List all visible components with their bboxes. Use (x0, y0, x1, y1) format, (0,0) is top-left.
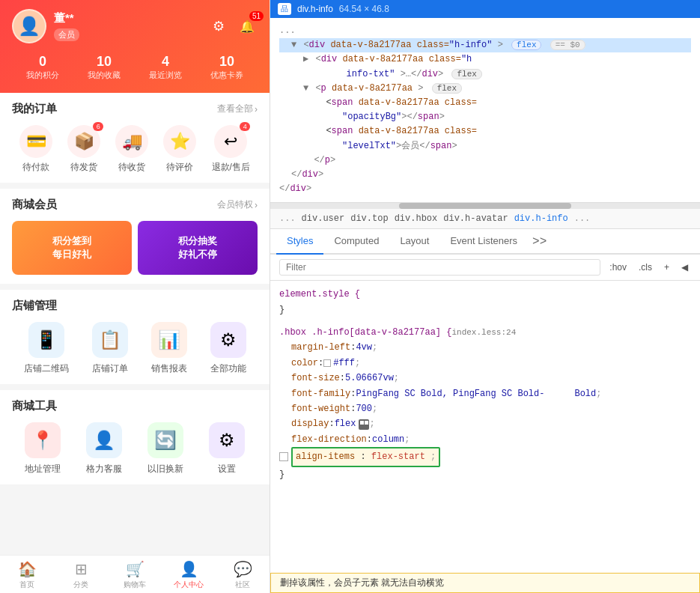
filter-back-btn[interactable]: ◀ (678, 261, 691, 274)
settings-icon[interactable]: ⚙ (208, 16, 229, 37)
filter-add-btn[interactable]: + (661, 261, 672, 274)
orders-title: 我的订单 (12, 102, 57, 116)
nav-home-label: 首页 (19, 580, 34, 590)
breadcrumb-div-top[interactable]: div.top (350, 213, 388, 224)
stat-liulan[interactable]: 4 最近浏览 (149, 54, 182, 81)
order-waitship-badge: 6 (93, 122, 103, 131)
member-label-text: 会员 (58, 30, 75, 39)
store-all-icon: ⚙ (210, 322, 246, 358)
store-report[interactable]: 📊 销售报表 (151, 322, 187, 375)
nav-profile[interactable]: 👤 个人中心 (162, 560, 216, 590)
breadcrumb-div-havatar[interactable]: div.h-avatar (443, 213, 508, 224)
css-prop-margin-left: margin-left : 4vw ; (279, 340, 691, 355)
order-refund-badge: 4 (240, 122, 250, 131)
flex-badge-p: flex (432, 83, 462, 94)
nav-community[interactable]: 💬 社区 (216, 560, 270, 590)
stat-youhui[interactable]: 10 优惠卡券 (210, 54, 243, 81)
stat-jifen-value: 0 (26, 54, 59, 70)
tab-styles[interactable]: Styles (276, 229, 323, 255)
stat-shoucang-label: 我的收藏 (88, 70, 121, 81)
dom-line-span-opacity[interactable]: <span data-v-8a2177aa class= "opacityBg"… (279, 96, 691, 124)
store-orders[interactable]: 📋 店铺订单 (92, 322, 128, 375)
order-item-refund[interactable]: ↩ 4 退款/售后 (212, 125, 250, 174)
stat-shoucang-value: 10 (88, 54, 121, 70)
tool-trade-icon: 🔄 (147, 422, 183, 458)
dom-line-div-close: </div> (279, 168, 691, 182)
member-banner-lottery[interactable]: 积分抽奖好礼不停 (138, 221, 258, 275)
filter-cls-btn[interactable]: .cls (636, 261, 655, 274)
orders-link[interactable]: 查看全部 › (217, 103, 258, 115)
order-item-waitpay[interactable]: 💳 待付款 (19, 125, 52, 174)
breadcrumb-div-hinfo[interactable]: div.h-info (514, 213, 568, 224)
tool-settings-label: 设置 (218, 463, 236, 475)
order-item-waitreview[interactable]: ⭐ 待评价 (163, 125, 196, 174)
css-prop-font-weight: font-weight : 700 ; (279, 401, 691, 416)
nav-category[interactable]: ⊞ 分类 (54, 560, 108, 590)
member-link[interactable]: 会员特权 › (217, 198, 258, 211)
collapse-arrow-p[interactable]: ▼ (303, 83, 308, 94)
tab-event-listeners[interactable]: Event Listeners (439, 229, 528, 255)
dom-line-ellipsis: ... (279, 24, 691, 38)
expand-arrow-txt[interactable]: ▶ (303, 54, 308, 64)
prop-checkbox[interactable] (279, 452, 288, 461)
collapse-arrow[interactable]: ▼ (291, 40, 296, 50)
avatar: 👤 (12, 9, 46, 43)
tool-settings[interactable]: ⚙ 设置 (209, 422, 245, 475)
tab-more[interactable]: >> (528, 229, 551, 255)
store-all[interactable]: ⚙ 全部功能 (210, 322, 246, 375)
tool-address[interactable]: 📍 地址管理 (25, 422, 61, 475)
stat-jifen[interactable]: 0 我的积分 (26, 54, 59, 81)
tool-address-label: 地址管理 (25, 463, 61, 475)
tab-layout[interactable]: Layout (389, 229, 439, 255)
dom-line-hinfotxt[interactable]: ▶ <div data-v-8a2177aa class="h info-txt… (279, 52, 691, 81)
tool-trade[interactable]: 🔄 以旧换新 (147, 422, 183, 475)
notification-icon[interactable]: 🔔 51 (237, 16, 258, 37)
tooltip-icon: 品 (278, 3, 291, 15)
order-refund-icon: ↩ 4 (214, 125, 247, 158)
bottom-tooltip: 删掉该属性，会员子元素 就无法自动横览 (270, 573, 700, 593)
store-qrcode[interactable]: 📱 店铺二维码 (24, 322, 69, 375)
flex-badge-hinfo: flex (511, 40, 541, 50)
stat-liulan-value: 4 (149, 54, 182, 70)
banner-lottery-text: 积分抽奖好礼不停 (178, 234, 217, 261)
tab-computed[interactable]: Computed (323, 229, 389, 255)
css-prop-color: color : #fff ; (279, 356, 691, 371)
nav-home[interactable]: 🏠 首页 (0, 560, 54, 590)
tool-service[interactable]: 👤 格力客服 (86, 422, 122, 475)
css-rule-element-style: element.style { } (279, 287, 691, 317)
nav-cart[interactable]: 🛒 购物车 (108, 560, 162, 590)
dom-line-span-level[interactable]: <span data-v-8a2177aa class= "levelTxt">… (279, 124, 691, 153)
stat-youhui-label: 优惠卡券 (210, 70, 243, 81)
order-waitpay-label: 待付款 (22, 161, 49, 174)
stat-shoucang[interactable]: 10 我的收藏 (88, 54, 121, 81)
tools-title: 商城工具 (12, 399, 57, 413)
store-orders-label: 店铺订单 (92, 362, 128, 375)
tooltip-bottom-text: 删掉该属性，会员子元素 就无法自动横览 (280, 577, 444, 588)
member-banner-checkin[interactable]: 积分签到每日好礼 (12, 221, 132, 275)
order-waitrecv-label: 待收货 (118, 161, 145, 174)
breadcrumb-more[interactable]: ... (279, 213, 296, 224)
css-prop-align-items: align-items : flex-start ; (279, 447, 691, 466)
breadcrumb-bar: ... div.user div.top div.hbox div.h-avat… (270, 209, 700, 229)
dom-scroll-thumb[interactable] (399, 203, 571, 209)
css-rules-panel: element.style { } .hbox .h-info[data-v-8… (270, 281, 700, 573)
nav-community-icon: 💬 (234, 560, 252, 578)
dom-line-p[interactable]: ▼ <p data-v-8a2177aa > flex (279, 82, 691, 96)
breadcrumb-div-hbox[interactable]: div.hbox (395, 213, 438, 224)
filter-hov-btn[interactable]: :hov (606, 261, 630, 274)
tool-settings-icon: ⚙ (209, 422, 245, 458)
order-item-waitship[interactable]: 📦 6 待发货 (67, 125, 100, 174)
dom-line-outer-close: </div> (279, 182, 691, 196)
dom-scrollbar[interactable] (270, 203, 700, 209)
nav-cart-icon: 🛒 (126, 560, 144, 578)
css-source-hinfo[interactable]: index.less:24 (451, 326, 516, 340)
store-header: 店铺管理 (12, 299, 258, 313)
breadcrumb-div-user[interactable]: div.user (302, 213, 345, 224)
filter-input[interactable] (279, 259, 600, 276)
breadcrumb-more-right[interactable]: ... (574, 213, 591, 224)
order-item-waitrecv[interactable]: 🚚 待收货 (115, 125, 148, 174)
order-refund-label: 退款/售后 (212, 161, 250, 174)
tool-address-icon: 📍 (25, 422, 61, 458)
nav-category-icon: ⊞ (75, 560, 88, 578)
dom-line-hinfo[interactable]: ▼ <div data-v-8a2177aa class="h-info" > … (279, 38, 691, 52)
